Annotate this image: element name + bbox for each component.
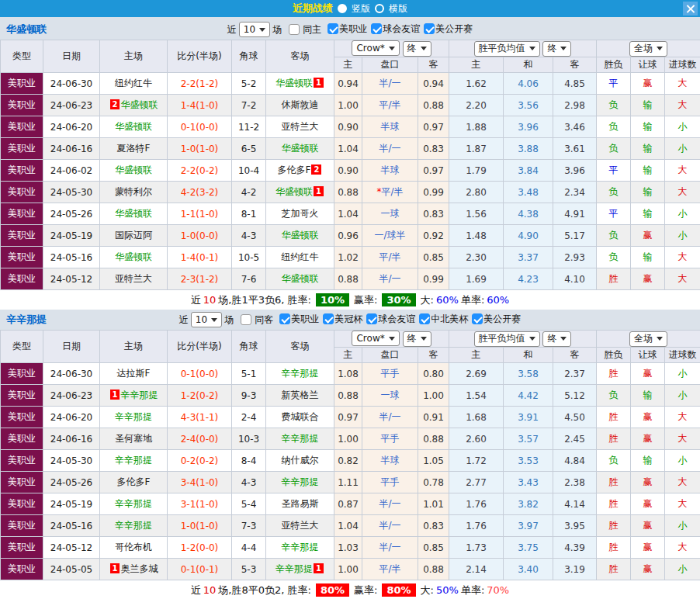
avg-home-cell: 1.62	[449, 73, 504, 95]
league-type-cell: 美职业	[1, 268, 43, 290]
away-odds-cell: 0.80	[418, 363, 449, 385]
away-odds-cell: 0.78	[418, 472, 449, 493]
home-odds-cell: 0.88	[334, 268, 362, 290]
away-odds-cell: 1.05	[418, 450, 449, 472]
league-checkbox[interactable]	[327, 23, 338, 34]
handicap-result-cell: 输	[631, 385, 665, 407]
scope-select[interactable]: 全场	[629, 41, 667, 57]
league-label: 美职业	[339, 23, 367, 36]
match-row: 美职业24-05-19国际迈阿1-0(0-0)4-3华盛顿联0.96一/球半0.…	[1, 225, 700, 247]
league-checkbox[interactable]	[424, 23, 435, 34]
avg-home-cell: 1.68	[449, 407, 504, 428]
win-rate-badge: 10%	[316, 293, 349, 306]
team-label: 达拉斯F	[117, 368, 151, 379]
avg-away-cell: 2.34	[553, 182, 597, 203]
avg-draw-cell: 3.43	[504, 472, 553, 493]
goals-result-cell: 小	[665, 385, 700, 407]
match-count-value: 10	[196, 314, 207, 325]
match-row: 美职业24-06-16圣何塞地2-4(0-0)10-3辛辛那提1.00平手0.8…	[1, 428, 700, 450]
col-corner: 角球	[232, 331, 266, 363]
match-date-cell: 24-06-02	[43, 160, 100, 182]
league-type-cell: 美职业	[1, 385, 43, 407]
league-filter-item: 球会友谊	[366, 313, 415, 326]
avg-draw-cell: 3.97	[504, 515, 553, 537]
goals-result-cell: 大	[665, 73, 700, 95]
scope-select[interactable]: 全场	[629, 331, 667, 347]
league-label: 中北美杯	[431, 313, 468, 326]
team-label: 华盛顿联	[282, 230, 319, 241]
live-odds-marker: *	[376, 186, 381, 197]
match-date-cell: 24-05-26	[43, 203, 100, 225]
league-checkbox[interactable]	[472, 313, 483, 324]
away-team-cell: 圣路易斯	[266, 493, 334, 515]
team-label: 哥伦布机	[115, 542, 152, 552]
league-type-cell: 美职业	[1, 493, 43, 515]
same-venue-checkbox[interactable]	[241, 314, 251, 325]
avg-away-cell: 3.61	[553, 138, 597, 160]
same-venue-checkbox[interactable]	[289, 24, 300, 35]
league-checkbox[interactable]	[323, 313, 334, 324]
score-cell: 1-4(0-1)	[168, 247, 232, 268]
league-type-cell: 美职业	[1, 472, 43, 493]
summary-text: 近	[191, 293, 201, 307]
score-cell: 4-3(1-1)	[168, 407, 232, 428]
col-result: 胜负	[597, 348, 631, 363]
team-label: 华盛顿联	[120, 99, 158, 110]
away-team-cell: 纳什威尔	[266, 450, 334, 472]
match-row: 美职业24-05-12哥伦布机1-2(0-0)4-4辛辛那提1.03半/一0.8…	[1, 537, 700, 559]
away-team-cell: 华盛顿联	[266, 138, 334, 160]
odds-company-select[interactable]: Crow*	[352, 331, 399, 346]
away-odds-cell: 0.94	[418, 73, 449, 95]
summary-count: 10	[203, 584, 217, 596]
goals-result-cell: 大	[665, 247, 700, 268]
odds-final-select[interactable]: 终	[403, 41, 431, 57]
avg-draw-cell: 4.42	[504, 385, 553, 407]
avg-final-select[interactable]: 终	[542, 331, 571, 347]
score-cell: 2-4(0-0)	[168, 428, 232, 450]
handicap-result-cell: 输	[631, 182, 665, 203]
avg-select[interactable]: 胜平负均值	[474, 331, 540, 347]
league-type-cell: 美职业	[1, 428, 43, 450]
team-label: 多伦多F	[117, 476, 151, 487]
score-cell: 1-0(1-0)	[168, 138, 232, 160]
goals-result-cell: 小	[665, 116, 700, 138]
result-cell: 胜	[597, 515, 631, 537]
handicap-result-cell: 赢	[631, 268, 665, 290]
handicap-result-cell: 赢	[631, 225, 665, 247]
team-label: 华盛顿联	[275, 78, 313, 88]
league-checkbox[interactable]	[371, 23, 382, 34]
home-odds-cell: 1.04	[334, 203, 362, 225]
close-button[interactable]	[683, 2, 698, 16]
match-count-select[interactable]: 10	[191, 312, 222, 327]
away-team-cell: 华盛顿联	[266, 225, 334, 247]
vertical-layout-label[interactable]: 竖版	[352, 2, 370, 16]
handicap-cell: 一球	[362, 203, 418, 225]
away-team-cell: 辛辛那提	[266, 363, 334, 385]
team-label: 辛辛那提	[282, 433, 319, 444]
league-checkbox[interactable]	[279, 313, 290, 324]
result-cell: 负	[597, 247, 631, 268]
handicap-result-cell: 输	[631, 450, 665, 472]
vertical-layout-radio[interactable]	[338, 4, 347, 13]
match-date-cell: 24-06-23	[43, 95, 100, 116]
match-date-cell: 24-05-12	[43, 268, 100, 290]
score-cell: 0-1(0-0)	[168, 363, 232, 385]
horizontal-layout-label[interactable]: 横版	[389, 2, 407, 16]
odds-company-select[interactable]: Crow*	[352, 40, 399, 56]
league-filter-item: 美职业	[279, 313, 319, 326]
match-count-select[interactable]: 10	[239, 22, 270, 37]
col-away: 客场	[266, 331, 334, 363]
horizontal-layout-radio[interactable]	[375, 4, 384, 13]
league-checkbox[interactable]	[419, 313, 430, 324]
odds-final-select[interactable]: 终	[403, 331, 431, 347]
handicap-cell: 一/球半	[362, 225, 418, 247]
scope-group-header: 全场	[597, 331, 700, 348]
col-avg-away: 客	[553, 57, 597, 73]
summary-line: 近10场,胜1平3负6, 胜率: 10% 赢率: 30% 大:60% 单率:60…	[0, 290, 700, 310]
avg-away-cell: 4.84	[553, 450, 597, 472]
avg-select[interactable]: 胜平负均值	[474, 41, 540, 57]
home-odds-cell: 1.04	[334, 138, 362, 160]
avg-final-select[interactable]: 终	[542, 41, 571, 57]
team-label: 费城联合	[282, 411, 319, 422]
league-checkbox[interactable]	[366, 313, 377, 324]
